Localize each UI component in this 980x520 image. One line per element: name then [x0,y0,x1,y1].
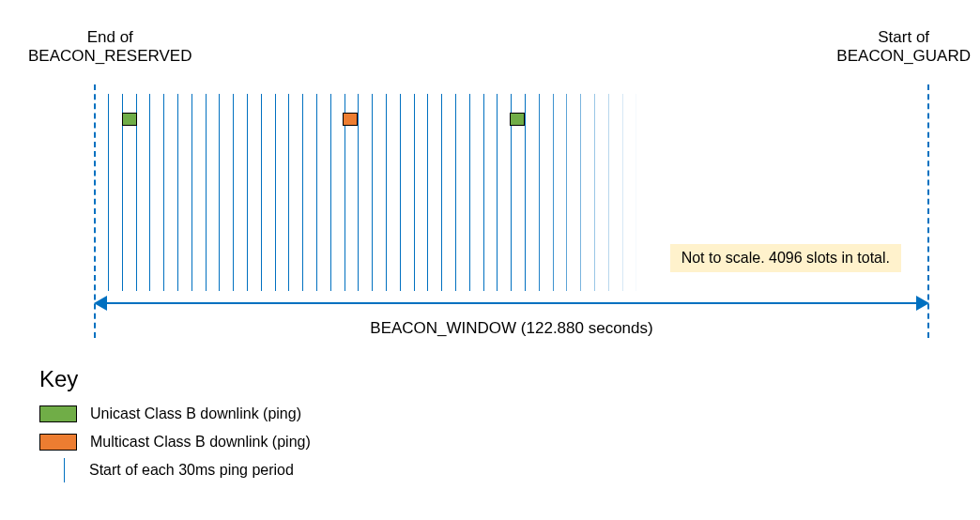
label-right-boundary: Start of BEACON_GUARD [836,28,971,66]
slot-tick [108,94,109,291]
key-multicast-label: Multicast Class B downlink (ping) [90,434,311,451]
slot-tick [191,94,192,291]
slot-tick [400,94,401,291]
slot-tick [206,94,207,291]
slot-tick [149,94,150,291]
slot-tick [497,94,498,291]
slot-tick [386,94,387,291]
slot-tick [288,94,289,291]
slot-tick [427,94,428,291]
window-arrow [94,296,929,314]
slot-tick [330,94,331,291]
swatch-orange-icon [39,434,77,451]
slot-tick [372,94,373,291]
label-left-line2: BEACON_RESERVED [28,47,191,65]
chart-area: Not to scale. 4096 slots in total. BEACO… [94,84,929,310]
arrow-head-right-icon [916,296,929,311]
key-row-tick: Start of each 30ms ping period [39,456,980,484]
slot-tick [261,94,262,291]
slot-tick [608,94,609,291]
slot-tick [414,94,415,291]
label-left-line1: End of [87,28,133,46]
scale-note: Not to scale. 4096 slots in total. [670,244,901,272]
tick-sample-icon [64,458,65,482]
ping-unicast-2 [510,113,525,126]
slot-tick [566,94,567,291]
diagram-wrapper: End of BEACON_RESERVED Start of BEACON_G… [0,19,980,347]
key-row-multicast: Multicast Class B downlink (ping) [39,428,980,456]
key-title: Key [39,366,980,392]
key-row-unicast: Unicast Class B downlink (ping) [39,400,980,428]
slot-tick [275,94,276,291]
ping-unicast-1 [122,113,137,126]
slot-tick [233,94,234,291]
slot-tick [163,94,164,291]
label-right-line2: BEACON_GUARD [836,47,971,65]
slot-tick [469,94,470,291]
window-label: BEACON_WINDOW (122.880 seconds) [94,319,929,338]
slot-tick [483,94,484,291]
slot-tick [635,94,636,291]
slot-tick [553,94,554,291]
key-unicast-label: Unicast Class B downlink (ping) [90,405,301,422]
slot-tick [441,94,442,291]
top-labels: End of BEACON_RESERVED Start of BEACON_G… [0,19,980,75]
slot-tick [622,94,623,291]
slot-tick [219,94,220,291]
label-left-boundary: End of BEACON_RESERVED [28,28,191,66]
label-right-line1: Start of [878,28,929,46]
slot-tick [358,94,359,291]
slot-tick [594,94,595,291]
slot-tick [316,94,317,291]
slot-tick [455,94,456,291]
slot-tick [525,94,526,291]
slot-tick [177,94,178,291]
key-legend: Key Unicast Class B downlink (ping) Mult… [39,366,980,484]
slot-tick [247,94,248,291]
swatch-green-icon [39,405,77,422]
slot-tick [302,94,303,291]
ping-multicast-1 [343,113,358,126]
arrow-line [99,302,925,304]
slot-tick [580,94,581,291]
key-tick-label: Start of each 30ms ping period [89,462,294,479]
slot-tick [539,94,540,291]
